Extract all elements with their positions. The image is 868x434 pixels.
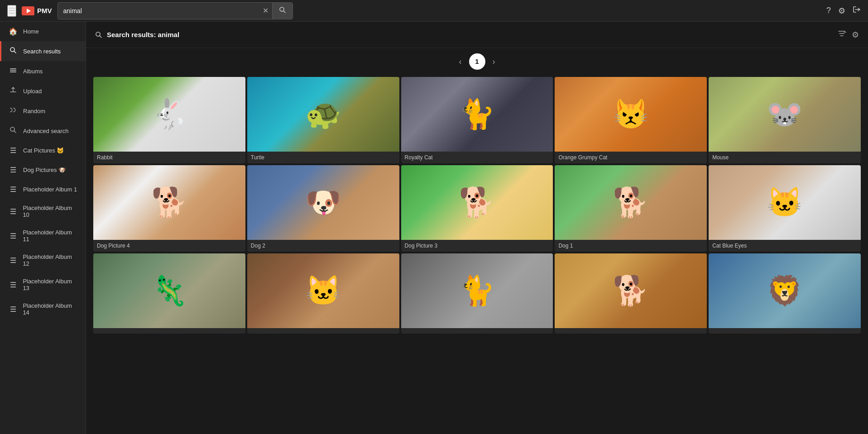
content-search-icon — [95, 31, 102, 38]
sidebar-item-placeholder-album-12-label: Placeholder Album 12 — [23, 253, 78, 267]
image-label-placeholder-row2-4 — [555, 328, 707, 334]
content-settings-button[interactable]: ⚙ — [852, 29, 859, 40]
image-label-placeholder-row2-2 — [247, 328, 399, 334]
pagination: ‹ 1 › — [86, 48, 868, 75]
image-thumb-placeholder-row2-5: 🦁 — [709, 253, 861, 328]
svg-rect-6 — [10, 70, 16, 71]
prev-page-button[interactable]: ‹ — [456, 55, 465, 68]
advanced-search-icon — [9, 126, 18, 135]
image-card-mouse[interactable]: 🐭Mouse — [709, 77, 861, 163]
placeholder-album-10-icon: ☰ — [9, 207, 17, 216]
image-card-placeholder-row2-2[interactable]: 🐱 — [247, 253, 399, 334]
sidebar-item-home[interactable]: 🏠 Home — [0, 22, 86, 41]
menu-icon[interactable]: ☰ — [7, 5, 16, 17]
image-card-dog-2[interactable]: 🐶Dog 2 — [247, 165, 399, 252]
home-icon: 🏠 — [9, 27, 18, 36]
image-card-cat-blue-eyes[interactable]: 🐱Cat Blue Eyes — [709, 165, 861, 252]
settings-button[interactable]: ⚙ — [838, 6, 845, 16]
placeholder-album-14-icon: ☰ — [9, 305, 17, 314]
sidebar-item-placeholder-album-14-label: Placeholder Album 14 — [23, 302, 78, 316]
svg-line-11 — [100, 36, 101, 38]
next-page-button[interactable]: › — [489, 55, 499, 68]
sidebar-item-advanced-search[interactable]: Advanced search — [0, 121, 86, 141]
image-thumb-dog-picture-4: 🐕 — [93, 165, 245, 240]
search-icon — [279, 6, 286, 14]
image-label-dog-1: Dog 1 — [555, 240, 707, 252]
main-layout: 🏠 Home Search results Albums Upload R — [0, 22, 868, 434]
current-page-button[interactable]: 1 — [469, 53, 485, 70]
sidebar-item-random-label: Random — [23, 108, 45, 114]
image-thumb-orange-grumpy-cat: 😾 — [555, 77, 707, 152]
image-card-placeholder-row2-1[interactable]: 🦎 — [93, 253, 245, 334]
sidebar-item-search-results-label: Search results — [23, 48, 61, 55]
image-thumb-placeholder-row2-3: 🐈 — [401, 253, 553, 328]
image-thumb-rabbit: 🐇 — [93, 77, 245, 152]
svg-rect-7 — [10, 72, 16, 72]
image-card-rabbit[interactable]: 🐇Rabbit — [93, 77, 245, 163]
cat-pictures-icon: ☰ — [9, 146, 18, 155]
sidebar-item-dog-pictures[interactable]: ☰ Dog Pictures 🐶 — [0, 160, 86, 180]
sidebar-item-placeholder-album-12[interactable]: ☰ Placeholder Album 12 — [0, 248, 86, 272]
sidebar-item-home-label: Home — [23, 28, 39, 35]
sidebar-item-cat-pictures-label: Cat Pictures 🐱 — [23, 147, 64, 154]
image-card-turtle[interactable]: 🐢Turtle — [247, 77, 399, 163]
sort-icon — [837, 29, 846, 38]
image-card-orange-grumpy-cat[interactable]: 😾Orange Grumpy Cat — [555, 77, 707, 163]
sidebar-item-upload-label: Upload — [23, 88, 42, 95]
image-card-placeholder-row2-4[interactable]: 🐕 — [555, 253, 707, 334]
content-actions: ⚙ — [837, 29, 859, 40]
search-bar: ✕ — [58, 2, 293, 19]
search-input[interactable] — [58, 4, 259, 18]
sidebar-item-advanced-search-label: Advanced search — [23, 128, 68, 134]
image-thumb-cat-blue-eyes: 🐱 — [709, 165, 861, 240]
image-label-placeholder-row2-3 — [401, 328, 553, 334]
dog-pictures-icon: ☰ — [9, 166, 18, 174]
sidebar-item-placeholder-album-13[interactable]: ☰ Placeholder Album 13 — [0, 272, 86, 297]
sidebar-item-albums[interactable]: Albums — [0, 61, 86, 81]
image-thumb-royalty-cat: 🐈 — [401, 77, 553, 152]
sidebar-item-placeholder-album-11-label: Placeholder Album 11 — [23, 229, 78, 243]
sidebar-item-albums-label: Albums — [23, 68, 43, 75]
content-title-text: Search results: animal — [107, 31, 179, 38]
image-label-placeholder-row2-1 — [93, 328, 245, 334]
search-clear-button[interactable]: ✕ — [259, 6, 272, 15]
sidebar-item-placeholder-album-10-label: Placeholder Album 10 — [23, 205, 78, 218]
image-card-dog-picture-4[interactable]: 🐕Dog Picture 4 — [93, 165, 245, 252]
image-label-orange-grumpy-cat: Orange Grumpy Cat — [555, 152, 707, 163]
sidebar: 🏠 Home Search results Albums Upload R — [0, 22, 86, 434]
sidebar-item-random[interactable]: Random — [0, 101, 86, 121]
placeholder-album-13-icon: ☰ — [9, 281, 17, 289]
search-button[interactable] — [272, 3, 293, 19]
sidebar-item-placeholder-album-11[interactable]: ☰ Placeholder Album 11 — [0, 224, 86, 248]
content-title: Search results: animal — [95, 31, 179, 38]
sidebar-item-placeholder-album-1-label: Placeholder Album 1 — [23, 186, 77, 193]
sidebar-item-placeholder-album-14[interactable]: ☰ Placeholder Album 14 — [0, 297, 86, 321]
image-thumb-placeholder-row2-1: 🦎 — [93, 253, 245, 328]
random-icon — [9, 106, 18, 115]
sidebar-item-placeholder-album-10[interactable]: ☰ Placeholder Album 10 — [0, 199, 86, 224]
image-label-rabbit: Rabbit — [93, 152, 245, 163]
sidebar-item-cat-pictures[interactable]: ☰ Cat Pictures 🐱 — [0, 141, 86, 160]
image-grid: 🐇Rabbit🐢Turtle🐈Royalty Cat😾Orange Grumpy… — [86, 75, 868, 341]
sidebar-item-upload[interactable]: Upload — [0, 81, 86, 101]
image-card-placeholder-row2-5[interactable]: 🦁 — [709, 253, 861, 334]
image-label-dog-picture-3: Dog Picture 3 — [401, 240, 553, 252]
svg-rect-5 — [10, 68, 16, 69]
image-card-placeholder-row2-3[interactable]: 🐈 — [401, 253, 553, 334]
image-card-dog-picture-3[interactable]: 🐕Dog Picture 3 — [401, 165, 553, 252]
image-label-placeholder-row2-5 — [709, 328, 861, 334]
image-card-royalty-cat[interactable]: 🐈Royalty Cat — [401, 77, 553, 163]
sidebar-item-placeholder-album-1[interactable]: ☰ Placeholder Album 1 — [0, 180, 86, 199]
upload-icon — [9, 86, 18, 95]
image-card-dog-1[interactable]: 🐕Dog 1 — [555, 165, 707, 252]
placeholder-album-11-icon: ☰ — [9, 232, 17, 240]
help-button[interactable]: ? — [826, 6, 831, 15]
sort-button[interactable] — [837, 29, 846, 40]
logout-icon — [853, 5, 861, 14]
logout-button[interactable] — [853, 5, 861, 16]
image-label-turtle: Turtle — [247, 152, 399, 163]
image-label-dog-picture-4: Dog Picture 4 — [93, 240, 245, 252]
sidebar-item-search-results[interactable]: Search results — [0, 41, 86, 61]
image-thumb-dog-picture-3: 🐕 — [401, 165, 553, 240]
image-thumb-placeholder-row2-4: 🐕 — [555, 253, 707, 328]
